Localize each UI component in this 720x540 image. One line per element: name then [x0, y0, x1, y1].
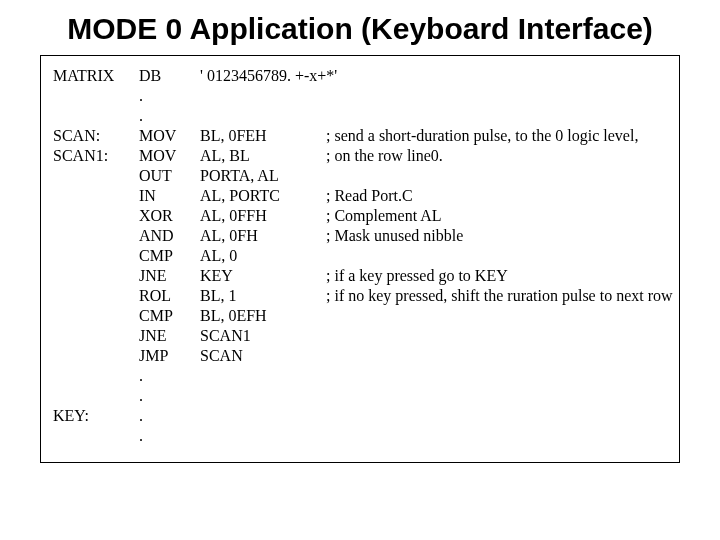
code-line-operand	[200, 106, 320, 126]
code-line-label	[53, 226, 133, 246]
code-line-operand	[200, 366, 320, 386]
code-line: JNESCAN1	[53, 326, 667, 346]
code-line-operand: KEY	[200, 266, 320, 286]
code-line-comment	[326, 86, 667, 106]
code-line-operand: BL, 0EFH	[200, 306, 320, 326]
code-line-label	[53, 206, 133, 226]
code-line-comment	[326, 386, 667, 406]
code-line-comment	[326, 366, 667, 386]
code-line-comment	[326, 166, 667, 186]
code-line-op: ROL	[139, 286, 194, 306]
code-line-comment	[326, 106, 667, 126]
code-line-comment	[326, 66, 667, 86]
code-line-operand	[200, 386, 320, 406]
code-line-comment: ; if a key pressed go to KEY	[326, 266, 667, 286]
code-line-comment	[326, 326, 667, 346]
code-line: .	[53, 426, 667, 446]
code-line-operand: BL, 0FEH	[200, 126, 320, 146]
code-line-operand: PORTA, AL	[200, 166, 320, 186]
code-line-comment: ; Read Port.C	[326, 186, 667, 206]
code-line-label	[53, 386, 133, 406]
code-line-op: OUT	[139, 166, 194, 186]
code-line: .	[53, 106, 667, 126]
code-line: CMPAL, 0	[53, 246, 667, 266]
code-line-op: AND	[139, 226, 194, 246]
code-line-op: .	[139, 106, 194, 126]
code-line-label	[53, 246, 133, 266]
code-line-comment: ; if no key pressed, shift the ruration …	[326, 286, 673, 306]
code-line: INAL, PORTC; Read Port.C	[53, 186, 667, 206]
code-line-op: .	[139, 426, 194, 446]
code-line: SCAN:MOVBL, 0FEH; send a short-duration …	[53, 126, 667, 146]
code-line-label	[53, 286, 133, 306]
code-line-op: IN	[139, 186, 194, 206]
code-line-operand: SCAN	[200, 346, 320, 366]
code-line-label	[53, 106, 133, 126]
code-line-operand: ' 0123456789. +-x+*'	[200, 66, 320, 86]
code-line: OUTPORTA, AL	[53, 166, 667, 186]
code-line-label: KEY:	[53, 406, 133, 426]
code-line-label	[53, 86, 133, 106]
code-line-comment	[326, 406, 667, 426]
code-line: XORAL, 0FFH; Complement AL	[53, 206, 667, 226]
code-line: .	[53, 366, 667, 386]
code-line-op: JNE	[139, 266, 194, 286]
code-line-comment: ; Mask unused nibble	[326, 226, 667, 246]
code-line-operand: AL, 0FH	[200, 226, 320, 246]
code-line-label	[53, 266, 133, 286]
code-line: KEY:.	[53, 406, 667, 426]
code-line-label	[53, 346, 133, 366]
code-line: JMPSCAN	[53, 346, 667, 366]
code-line: .	[53, 386, 667, 406]
code-line-operand: AL, 0	[200, 246, 320, 266]
code-line-comment	[326, 346, 667, 366]
code-line-comment	[326, 306, 667, 326]
code-line-op: CMP	[139, 306, 194, 326]
page-title: MODE 0 Application (Keyboard Interface)	[40, 12, 680, 47]
code-line-operand: BL, 1	[200, 286, 320, 306]
code-line-op: CMP	[139, 246, 194, 266]
code-line-label	[53, 366, 133, 386]
code-line-comment: ; on the row line0.	[326, 146, 667, 166]
code-line-op: .	[139, 366, 194, 386]
code-line-op: JMP	[139, 346, 194, 366]
code-line-comment: ; Complement AL	[326, 206, 667, 226]
code-line-label: SCAN1:	[53, 146, 133, 166]
code-line-label	[53, 426, 133, 446]
code-line-label	[53, 306, 133, 326]
code-line-label: SCAN:	[53, 126, 133, 146]
code-line-op: .	[139, 406, 194, 426]
code-line-label	[53, 326, 133, 346]
code-line: JNEKEY; if a key pressed go to KEY	[53, 266, 667, 286]
code-line-label	[53, 186, 133, 206]
code-listing: MATRIXDB' 0123456789. +-x+*'..SCAN:MOVBL…	[40, 55, 680, 463]
code-line-comment: ; send a short-duration pulse, to the 0 …	[326, 126, 667, 146]
code-line: ROLBL, 1; if no key pressed, shift the r…	[53, 286, 667, 306]
code-line-label: MATRIX	[53, 66, 133, 86]
code-line-operand: SCAN1	[200, 326, 320, 346]
code-line-operand: AL, PORTC	[200, 186, 320, 206]
code-line: ANDAL, 0FH; Mask unused nibble	[53, 226, 667, 246]
code-line: MATRIXDB' 0123456789. +-x+*'	[53, 66, 667, 86]
code-line-operand: AL, BL	[200, 146, 320, 166]
code-line-op: JNE	[139, 326, 194, 346]
code-line-op: DB	[139, 66, 194, 86]
code-line-operand: AL, 0FFH	[200, 206, 320, 226]
code-line-operand	[200, 86, 320, 106]
code-line-comment	[326, 246, 667, 266]
code-line-op: .	[139, 386, 194, 406]
code-line-op: .	[139, 86, 194, 106]
code-line: SCAN1:MOVAL, BL; on the row line0.	[53, 146, 667, 166]
code-line-op: MOV	[139, 126, 194, 146]
code-line-operand	[200, 426, 320, 446]
code-line-operand	[200, 406, 320, 426]
code-line-comment	[326, 426, 667, 446]
code-line-op: XOR	[139, 206, 194, 226]
code-line-op: MOV	[139, 146, 194, 166]
code-line: .	[53, 86, 667, 106]
code-line-label	[53, 166, 133, 186]
code-line: CMPBL, 0EFH	[53, 306, 667, 326]
